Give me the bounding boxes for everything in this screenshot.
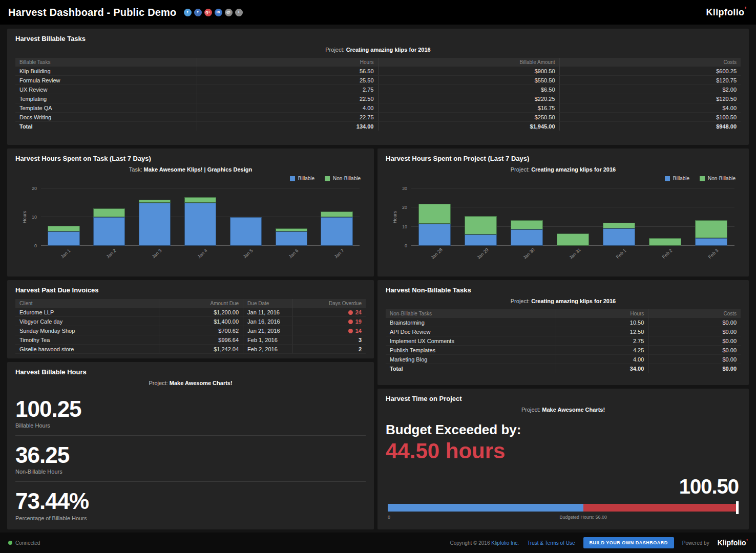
column-header: Billable Amount (378, 58, 559, 67)
table-row: Formula Review25.50$550.50$120.75 (15, 76, 741, 85)
stacked-bar[interactable] (321, 188, 352, 246)
x-axis-tick: Jan 30 (503, 249, 550, 267)
x-axis-tick: Jan 3 (132, 249, 178, 267)
billable-segment (465, 235, 497, 246)
table-total-cell: $0.00 (648, 364, 741, 373)
google-plus-icon[interactable]: g+ (204, 9, 212, 16)
connection-status: Connected (15, 540, 40, 546)
stat-block: 36.25Non-Billable Hours (15, 435, 366, 475)
billable-segment (230, 217, 262, 246)
table-cell: $1,400.00 (159, 317, 243, 326)
table-cell: Giselle harwood store (15, 345, 159, 354)
legend-label: Billable (673, 176, 689, 181)
klipfolio-inc-link[interactable]: Klipfolio Inc. (491, 540, 519, 546)
table-cell: 24 (292, 308, 366, 317)
table-header-row: Non-Billable TasksHoursCosts (386, 309, 741, 318)
stacked-bar[interactable] (93, 188, 125, 246)
x-axis-tick: Jan 6 (268, 249, 314, 267)
budget-gauge: 100.50 0 Budgeted Hours: 56.00 (388, 476, 739, 521)
budget-gauge-axis: 0 Budgeted Hours: 56.00 (388, 515, 739, 521)
table-cell: Klip Building (15, 67, 197, 76)
table-cell: Timothy Tea (15, 335, 159, 345)
stacked-bar[interactable] (557, 188, 589, 246)
budget-exceeded-value: 44.50 hours (386, 439, 741, 463)
stacked-bar[interactable] (230, 188, 262, 246)
non-billable-tasks-table: Non-Billable TasksHoursCostsBrainstormin… (386, 309, 741, 373)
table-cell: API Doc Review (386, 327, 556, 336)
table-row: Sunday Monday Shop$700.62Jan 21, 201614 (15, 326, 366, 335)
build-dashboard-button[interactable]: BUILD YOUR OWN DASHBOARD (583, 537, 674, 548)
email-icon[interactable]: @ (225, 9, 233, 16)
table-row: Template QA4.00$16.75$4.00 (15, 103, 741, 113)
stacked-bar[interactable] (649, 188, 681, 246)
stacked-bar[interactable] (418, 188, 451, 246)
share-icon[interactable]: + (235, 9, 243, 16)
billable-segment (603, 228, 635, 246)
non-billable-segment (48, 226, 79, 231)
table-cell: $0.00 (648, 346, 741, 355)
table-total-cell: 34.00 (556, 364, 648, 373)
klipfolio-logo[interactable]: Klipfolio’ (706, 7, 747, 18)
twitter-icon[interactable]: t (184, 9, 192, 16)
non-billable-segment (321, 211, 352, 217)
facebook-icon[interactable]: f (194, 9, 202, 16)
table-cell: Vibgyor Cafe day (15, 317, 159, 326)
stacked-bar[interactable] (276, 188, 307, 246)
budget-exceeded-label: Budget Exceeded by: (386, 422, 741, 438)
terms-link[interactable]: Trust & Terms of Use (527, 540, 575, 546)
billable-segment (695, 238, 727, 246)
linkedin-icon[interactable]: in (215, 9, 222, 16)
table-row: Templating22.50$220.25$120.50 (15, 94, 741, 103)
table-header-row: ClientAmount DueDue DateDays Overdue (15, 299, 366, 308)
panel-subtitle: Project: Creating amazing klips for 2016 (15, 47, 741, 53)
stacked-bar[interactable] (139, 188, 171, 246)
panel-hours-on-project: Harvest Hours Spent on Project (Last 7 D… (377, 148, 749, 276)
overdue-alert-icon (348, 310, 353, 315)
y-axis-tick: 10 (32, 215, 37, 220)
footer-klipfolio-logo[interactable]: Klipfolio’ (718, 539, 748, 547)
y-axis-tick: 10 (402, 224, 407, 229)
stacked-bar[interactable] (465, 188, 497, 246)
days-overdue-value: 19 (355, 318, 362, 325)
table-cell: Brainstorming (386, 318, 556, 327)
table-cell: 25.50 (197, 76, 378, 85)
table-cell: Feb 2, 2016 (243, 345, 292, 354)
table-cell: 56.50 (197, 67, 378, 76)
table-cell: 2 (292, 345, 366, 354)
panel-title: Harvest Hours Spent on Task (Last 7 Days… (15, 155, 366, 162)
panel-billable-hours: Harvest Billable Hours Project: Make Awe… (7, 362, 374, 529)
table-cell: 4.25 (556, 346, 648, 355)
stacked-bar[interactable] (184, 188, 216, 246)
panel-hours-on-task: Harvest Hours Spent on Task (Last 7 Days… (7, 148, 374, 276)
table-cell: Jan 21, 2016 (243, 326, 292, 335)
table-cell: 3 (292, 335, 366, 345)
x-axis-labels: Jan 1Jan 2Jan 3Jan 4Jan 5Jan 6Jan 7 (41, 249, 360, 267)
stacked-bar[interactable] (48, 188, 79, 246)
x-axis-tick: Feb 1 (596, 249, 642, 267)
stacked-bar[interactable] (511, 188, 543, 246)
table-row: Klip Building56.50$900.50$600.25 (15, 67, 741, 76)
table-total-cell: Total (386, 364, 556, 373)
x-axis-tick: Jan 5 (223, 249, 268, 267)
table-cell: Marketing Blog (386, 355, 556, 364)
table-cell: 2.75 (556, 336, 648, 346)
table-cell: Template QA (15, 103, 197, 113)
footer-bar: Connected Copyright © 2016 Klipfolio Inc… (0, 533, 756, 553)
non-billable-segment (418, 204, 451, 224)
x-axis-tick: Feb 2 (642, 249, 688, 267)
y-axis-tick: 20 (32, 186, 37, 191)
axis-zero-label: 0 (388, 515, 390, 520)
stacked-bar[interactable] (603, 188, 635, 246)
panel-subtitle: Project: Creating amazing klips for 2016 (386, 166, 741, 173)
table-cell: Jan 16, 2016 (243, 317, 292, 326)
table-cell: $250.50 (378, 113, 559, 122)
budget-gauge-bar[interactable] (388, 504, 739, 512)
column-header: Due Date (243, 299, 292, 308)
billable-segment (511, 229, 543, 246)
table-cell: 4.00 (197, 103, 378, 113)
table-cell: $0.00 (648, 327, 741, 336)
stacked-bar[interactable] (695, 188, 727, 246)
table-cell: $100.50 (559, 113, 741, 122)
stat-label: Non-Billable Hours (15, 469, 366, 475)
hours-on-task-chart: BillableNon-Billable01020HoursJan 1Jan 2… (15, 176, 366, 267)
